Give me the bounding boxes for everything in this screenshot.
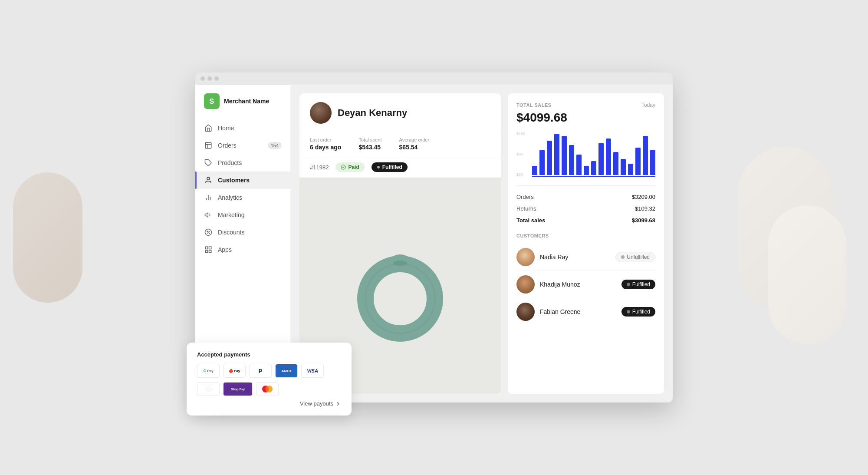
badge-fulfilled-fabian: Fulfilled [621, 307, 655, 317]
customers-icon [204, 176, 213, 185]
fulfilled-dot-khadija [627, 283, 630, 286]
customer-stats: Last order 6 days ago Total spent $543.4… [299, 131, 501, 157]
sidebar-item-home[interactable]: Home [195, 119, 290, 137]
y-label-90: $90 [516, 152, 530, 156]
order-row: #11982 Paid Fulfilled [299, 157, 501, 178]
y-label-150: $150 [516, 132, 530, 136]
sidebar-item-discounts[interactable]: Discounts [195, 224, 290, 241]
chart-bar-2 [547, 141, 552, 175]
sidebar-item-apps[interactable]: Apps [195, 241, 290, 258]
sidebar-label-apps: Apps [218, 246, 232, 253]
stat-average-order-label: Average order [399, 137, 430, 142]
nadia-status: Unfulfilled [627, 254, 650, 260]
fulfilled-dot-fabian [627, 310, 630, 313]
products-icon [204, 158, 213, 167]
chart-bars-container: $150 $90 $30 [516, 132, 655, 175]
fabian-status: Fulfilled [632, 309, 650, 315]
svg-rect-16 [209, 247, 211, 249]
svg-point-25 [205, 387, 210, 392]
customer-row-nadia: Nadia Ray Unfulfilled [516, 244, 655, 271]
payment-widget-title: Accepted payments [197, 351, 341, 358]
badge-fulfilled-header: Fulfilled [372, 162, 408, 172]
discounts-icon [204, 228, 213, 237]
chart-bar-11 [613, 152, 618, 175]
sidebar-label-discounts: Discounts [218, 229, 244, 236]
chart-bar-6 [576, 155, 582, 175]
browser-dot-yellow [207, 76, 212, 81]
orders-badge: 154 [268, 142, 282, 149]
home-icon [204, 124, 213, 132]
paid-check-icon [341, 165, 346, 170]
nadia-avatar-image [516, 248, 535, 266]
payment-icon-paypal: P [249, 364, 272, 378]
browser-titlebar [195, 73, 673, 85]
analytics-header: TOTAL SALES Today [516, 102, 655, 108]
chart-bar-0 [532, 166, 537, 175]
customer-name: Deyan Kenarny [338, 107, 407, 119]
khadija-avatar [516, 275, 535, 294]
product-vase-image [357, 229, 444, 342]
svg-point-26 [207, 387, 212, 392]
stat-total-spent: Total spent $543.45 [358, 137, 381, 151]
sidebar-item-marketing[interactable]: Marketing [195, 206, 290, 224]
payment-icon-visa: VISA [301, 364, 324, 378]
sidebar-brand[interactable]: S Merchant Name [195, 93, 290, 119]
customer-row-khadija: Khadija Munoz Fulfilled [516, 271, 655, 298]
badge-paid: Paid [335, 162, 364, 172]
brand-name: Merchant Name [224, 98, 269, 105]
svg-point-19 [341, 165, 345, 169]
sales-row-total: Total sales $3099.68 [516, 214, 655, 226]
view-payouts-label: View payouts [300, 400, 333, 407]
fabian-name: Fabian Greene [540, 308, 616, 315]
svg-point-22 [382, 280, 418, 317]
chart-baseline [532, 176, 655, 177]
chart-bar-4 [562, 136, 567, 175]
mastercard-logo [261, 385, 273, 393]
browser-dot-red [201, 76, 205, 81]
svg-rect-2 [205, 142, 211, 148]
payment-icons-row-2: Shop Pay [197, 382, 341, 396]
chart-bar-10 [606, 139, 611, 175]
chart-bar-14 [635, 148, 641, 175]
analytics-total: $4099.68 [516, 111, 655, 125]
chart-y-axis: $150 $90 $30 [516, 132, 530, 177]
bg-decoration-right2 [768, 205, 846, 344]
sidebar-label-orders: Orders [218, 142, 237, 149]
orders-icon [204, 141, 213, 150]
sidebar-item-analytics[interactable]: Analytics [195, 189, 290, 206]
sidebar-item-customers[interactable]: Customers [195, 172, 290, 189]
khadija-status: Fulfilled [632, 281, 650, 287]
sidebar-label-analytics: Analytics [218, 194, 242, 201]
chevron-right-icon [335, 401, 341, 407]
apps-icon [204, 245, 213, 254]
sidebar-item-products[interactable]: Products [195, 154, 290, 172]
stat-average-order-value: $65.54 [399, 144, 430, 151]
bg-decoration-left [13, 172, 82, 303]
payment-icon-applepay: 🍎 Pay [223, 364, 246, 378]
avatar-image-deyan [310, 102, 332, 124]
customer-avatar [310, 102, 332, 124]
order-id: #11982 [310, 164, 329, 171]
fulfilled-dot-icon [377, 165, 380, 169]
stat-last-order: Last order 6 days ago [310, 137, 341, 151]
payment-widget: Accepted payments GPay 🍎 Pay P AMEX VISA [187, 343, 352, 416]
view-payouts-link[interactable]: View payouts [197, 400, 341, 407]
customers-section-title: CUSTOMERS [516, 233, 655, 238]
khadija-name: Khadija Munoz [540, 281, 616, 288]
sales-row-returns: Returns $109.32 [516, 203, 655, 214]
badge-unfulfilled-nadia: Unfulfilled [615, 252, 655, 262]
chart-bar-13 [628, 164, 633, 175]
sidebar-label-marketing: Marketing [218, 211, 244, 218]
total-sales-value: $3099.68 [632, 217, 655, 224]
sidebar-item-orders[interactable]: Orders 154 [195, 137, 290, 154]
svg-point-6 [207, 177, 210, 180]
sidebar-label-customers: Customers [218, 177, 250, 184]
analytics-period: Today [641, 102, 655, 108]
chart-bar-5 [569, 145, 574, 175]
stat-average-order: Average order $65.54 [399, 137, 430, 151]
svg-rect-18 [209, 251, 211, 253]
sales-row-orders: Orders $3209.00 [516, 191, 655, 203]
unfulfilled-dot [621, 255, 625, 259]
shopify-logo-icon: S [204, 93, 220, 109]
customer-header: Deyan Kenarny [299, 93, 501, 131]
